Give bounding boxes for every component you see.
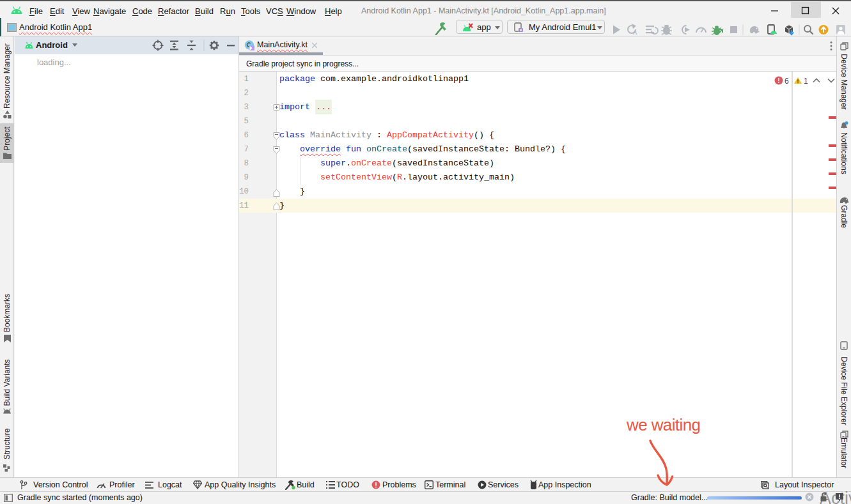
- svg-text:1: 1: [804, 77, 808, 86]
- svg-text:A: A: [633, 29, 637, 36]
- svg-text:6: 6: [785, 77, 789, 86]
